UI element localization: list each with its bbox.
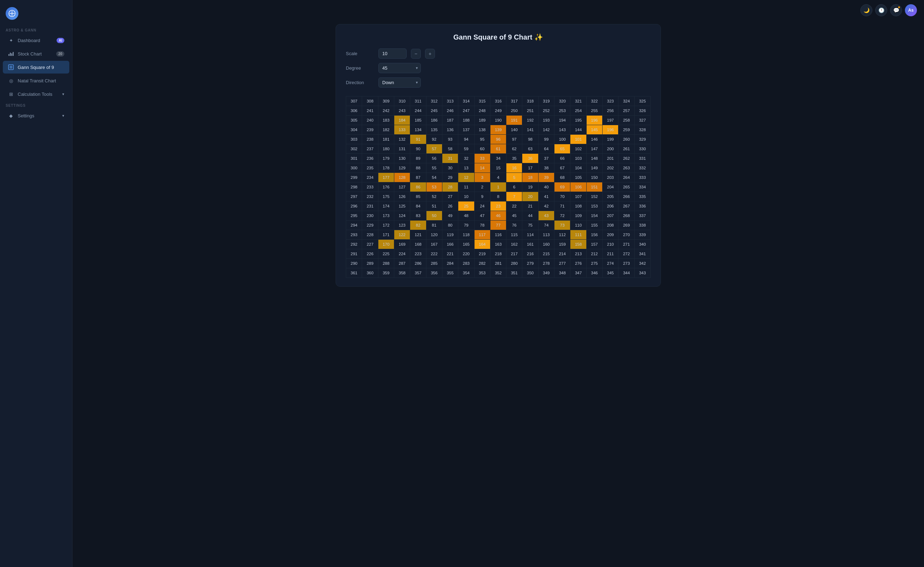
grid-cell: 225 [378,249,394,259]
grid-cell: 355 [442,268,458,278]
grid-cell: 42 [538,201,554,211]
table-row: 2932281711221211201191181171161151141131… [346,230,651,240]
grid-cell: 214 [554,249,570,259]
grid-cell: 149 [586,164,602,173]
grid-cell: 97 [506,135,522,144]
grid-cell: 222 [426,249,442,259]
sidebar-item-settings[interactable]: ◆ Settings ▾ [3,109,69,122]
grid-cell: 109 [570,211,586,220]
grid-cell: 293 [346,230,362,240]
sidebar-item-dashboard[interactable]: ✦ Dashboard AI [3,34,69,46]
grid-cell: 320 [554,96,570,106]
grid-cell: 357 [410,268,426,278]
table-row: 2912262252242232222212202192182172162152… [346,249,651,259]
grid-cell: 208 [602,220,619,230]
grid-cell: 267 [619,201,634,211]
grid-cell: 205 [602,192,619,201]
degree-select[interactable]: 45 90 135 180 [379,63,421,73]
grid-cell: 196 [586,116,602,125]
grid-cell: 250 [506,106,522,116]
grid-cell: 116 [490,230,506,240]
grid-cell: 223 [410,249,426,259]
svg-rect-3 [11,53,12,56]
grid-cell: 255 [586,106,602,116]
table-row: 3042391821331341351361371381391401411421… [346,125,651,135]
grid-cell: 156 [586,230,602,240]
grid-cell: 254 [570,106,586,116]
grid-cell: 150 [586,173,602,182]
grid-cell: 114 [522,230,538,240]
grid-cell: 6 [506,182,522,192]
sidebar-item-natal-transit[interactable]: ◎ Natal Transit Chart [3,74,69,87]
sidebar-item-gann-square[interactable]: Gann Square of 9 [3,61,69,74]
notification-button[interactable]: 💬 [890,4,902,16]
grid-cell: 137 [458,125,474,135]
sidebar-item-stock-chart[interactable]: Stock Chart 20 [3,47,69,60]
grid-cell: 232 [362,192,378,201]
table-row: 2972321751268552271098720417010715220526… [346,192,651,201]
user-avatar[interactable]: As [905,4,917,16]
grid-cell: 274 [602,259,619,268]
grid-cell: 356 [426,268,442,278]
grid-cell: 235 [362,164,378,173]
grid-cell: 345 [602,268,619,278]
grid-cell: 206 [602,201,619,211]
grid-cell: 290 [346,259,362,268]
grid-cell: 352 [490,268,506,278]
grid-cell: 288 [378,259,394,268]
clock-button[interactable]: 🕐 [875,4,887,16]
grid-cell: 253 [554,106,570,116]
dashboard-icon: ✦ [8,37,14,44]
grid-cell: 337 [634,211,650,220]
grid-cell: 308 [362,96,378,106]
natal-transit-icon: ◎ [8,77,14,84]
grid-cell: 96 [490,135,506,144]
scale-plus-button[interactable]: + [425,49,435,58]
sidebar-item-label: Natal Transit Chart [18,78,56,83]
grid-cell: 193 [538,116,554,125]
table-row: 2992341771288754291234518396810515020326… [346,173,651,182]
grid-cell: 86 [410,182,426,192]
grid-cell: 83 [410,211,426,220]
grid-cell: 180 [378,144,394,154]
grid-cell: 63 [522,144,538,154]
grid-cell: 301 [346,154,362,164]
grid-cell: 251 [522,106,538,116]
grid-cell: 84 [410,201,426,211]
grid-cell: 269 [619,220,634,230]
grid-cell: 270 [619,230,634,240]
grid-cell: 220 [458,249,474,259]
grid-cell: 10 [458,192,474,201]
grid-cell: 44 [522,211,538,220]
grid-cell: 305 [346,116,362,125]
grid-cell: 33 [474,154,490,164]
sidebar-item-calc-tools[interactable]: ⊞ Calculation Tools ▾ [3,88,69,100]
grid-cell: 30 [442,164,458,173]
grid-cell: 195 [570,116,586,125]
grid-cell: 182 [378,125,394,135]
grid-cell: 178 [378,164,394,173]
grid-cell: 29 [442,173,458,182]
grid-cell: 307 [346,96,362,106]
grid-cell: 139 [490,125,506,135]
grid-cell: 64 [538,144,554,154]
grid-cell: 335 [634,192,650,201]
moon-button[interactable]: 🌙 [860,4,872,16]
grid-cell: 189 [474,116,490,125]
scale-minus-button[interactable]: − [411,49,421,58]
grid-cell: 164 [474,240,490,249]
grid-cell: 1 [490,182,506,192]
direction-select[interactable]: Down Up [379,77,421,88]
grid-cell: 138 [474,125,490,135]
grid-cell: 49 [442,211,458,220]
grid-cell: 24 [474,201,490,211]
card-title: Gann Square of 9 Chart ✨ [346,33,651,41]
grid-cell: 167 [426,240,442,249]
grid-cell: 160 [538,240,554,249]
grid-cell: 47 [474,211,490,220]
grid-cell: 110 [570,220,586,230]
grid-cell: 348 [554,268,570,278]
grid-cell: 46 [490,211,506,220]
grid-cell: 142 [538,125,554,135]
scale-input[interactable] [379,48,407,58]
